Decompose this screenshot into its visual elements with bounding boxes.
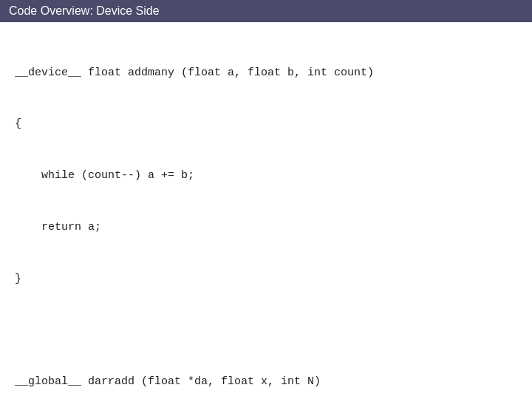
title-bar: Code Overview: Device Side bbox=[0, 0, 532, 22]
code-line-7: __global__ darradd (float *da, float x, … bbox=[15, 373, 517, 390]
code-line-5: } bbox=[15, 270, 517, 287]
code-line-1: __device__ float addmany (float a, float… bbox=[15, 64, 517, 81]
code-line-4: return a; bbox=[15, 219, 517, 236]
title-text: Code Overview: Device Side bbox=[9, 4, 160, 17]
code-line-2: { bbox=[15, 115, 517, 132]
code-line-3: while (count--) a += b; bbox=[15, 167, 517, 184]
code-line-6 bbox=[15, 321, 517, 338]
code-area: __device__ float addmany (float a, float… bbox=[0, 22, 532, 399]
